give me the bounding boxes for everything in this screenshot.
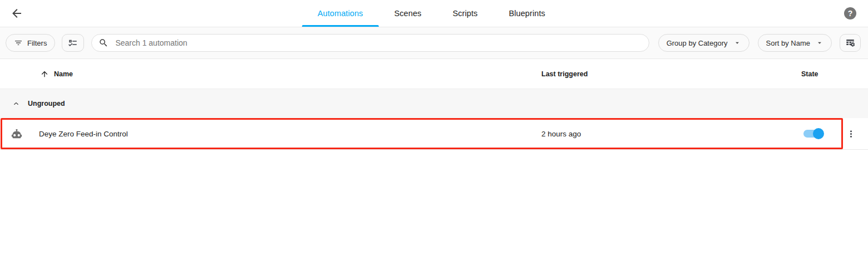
toolbar: Filters Group by Category Sort by Name: [0, 27, 868, 59]
table-cog-icon: [845, 38, 855, 48]
filter-icon: [14, 38, 23, 47]
tab-scripts[interactable]: Scripts: [437, 0, 493, 27]
filters-button[interactable]: Filters: [6, 34, 55, 52]
tab-automations[interactable]: Automations: [302, 0, 379, 27]
column-header-name[interactable]: Name: [40, 59, 73, 89]
column-label-name: Name: [54, 70, 73, 78]
help-icon[interactable]: ?: [844, 7, 856, 19]
table-settings-button[interactable]: [840, 34, 861, 52]
top-bar: Automations Scenes Scripts Blueprints ?: [0, 0, 868, 27]
table-header: Name Last triggered State: [0, 59, 868, 89]
automation-toggle[interactable]: [803, 130, 822, 138]
chevron-down-icon: [816, 39, 823, 47]
format-list-checks-icon: [68, 38, 78, 48]
automation-last-triggered: 2 hours ago: [541, 130, 581, 138]
selection-mode-button[interactable]: [62, 34, 84, 52]
tab-scenes[interactable]: Scenes: [378, 0, 437, 27]
tab-bar: Automations Scenes Scripts Blueprints: [302, 0, 561, 27]
search-box: [91, 34, 649, 52]
column-header-last-triggered[interactable]: Last triggered: [541, 59, 588, 89]
robot-icon: [11, 128, 22, 139]
group-label: Ungrouped: [28, 100, 65, 107]
column-header-state[interactable]: State: [801, 59, 818, 89]
automation-row[interactable]: Deye Zero Feed-in Control 2 hours ago: [0, 118, 868, 150]
column-label-state: State: [801, 70, 818, 78]
toggle-knob: [813, 128, 824, 139]
tab-blueprints[interactable]: Blueprints: [493, 0, 560, 27]
chevron-down-icon: [733, 39, 741, 47]
search-icon: [98, 38, 108, 48]
row-overflow-menu-icon[interactable]: [844, 126, 858, 141]
sort-arrow-up-icon: [40, 70, 49, 79]
sort-by-label: Sort by Name: [766, 39, 810, 47]
column-label-last-triggered: Last triggered: [541, 70, 588, 78]
group-by-button[interactable]: Group by Category: [658, 34, 749, 52]
chevron-up-icon: [12, 99, 21, 108]
sort-by-button[interactable]: Sort by Name: [758, 34, 832, 52]
filters-label: Filters: [27, 39, 47, 47]
group-by-label: Group by Category: [667, 39, 728, 47]
search-input[interactable]: [114, 38, 642, 48]
back-arrow-icon[interactable]: [10, 7, 23, 20]
automations-page: Automations Scenes Scripts Blueprints ? …: [0, 0, 868, 279]
automation-name: Deye Zero Feed-in Control: [39, 130, 128, 138]
group-row-ungrouped[interactable]: Ungrouped: [0, 89, 868, 118]
